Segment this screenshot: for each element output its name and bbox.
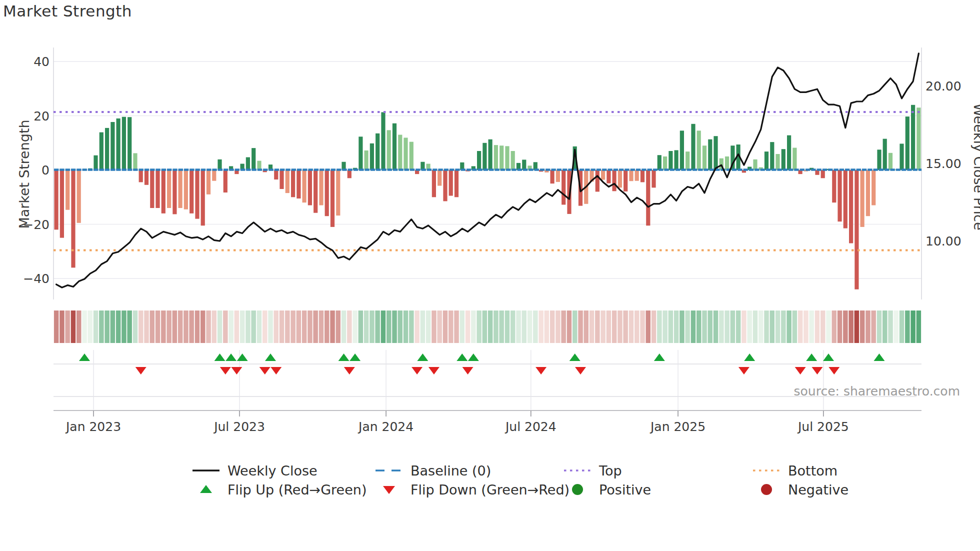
- strength-bar: [308, 170, 312, 206]
- strength-bar: [888, 153, 892, 170]
- strength-bar: [133, 153, 137, 170]
- heatmap-cell: [854, 310, 860, 343]
- legend-item-baseline: Baseline (0): [372, 462, 491, 479]
- flip-up-marker: [417, 354, 428, 361]
- heatmap-cell: [905, 310, 910, 343]
- strength-bar: [167, 170, 171, 208]
- strength-bar: [77, 170, 81, 223]
- heatmap-cell: [499, 310, 504, 343]
- flip-up-marker: [874, 354, 884, 361]
- heatmap-cell: [178, 310, 183, 343]
- heatmap-cell: [94, 310, 98, 343]
- strength-bar: [319, 170, 323, 206]
- heatmap-cell: [144, 310, 149, 343]
- heatmap-cell: [590, 310, 594, 343]
- heatmap-cell: [471, 310, 476, 343]
- flip-down-marker: [536, 367, 546, 374]
- strength-bar: [387, 130, 391, 170]
- strength-bar: [296, 170, 300, 198]
- heatmap-cell: [336, 310, 341, 343]
- strength-bar: [511, 151, 515, 170]
- heatmap-cell: [826, 310, 831, 343]
- strength-bar: [601, 170, 605, 180]
- strength-bar: [128, 117, 132, 170]
- strength-bar: [652, 170, 656, 188]
- heatmap-cell: [494, 310, 498, 343]
- heatmap-cell: [764, 310, 769, 343]
- strength-bar: [404, 138, 408, 170]
- strength-bar: [494, 145, 498, 170]
- heatmap-cell: [460, 310, 465, 343]
- flip-up-marker: [265, 354, 276, 361]
- strength-bar: [201, 170, 205, 226]
- strength-bar: [184, 170, 188, 210]
- heatmap-cell: [347, 310, 352, 343]
- heatmap-cell: [572, 310, 578, 343]
- strength-bar: [860, 170, 864, 227]
- heatmap-cell: [522, 310, 527, 343]
- heatmap-cell: [166, 310, 172, 343]
- heatmap-cell: [894, 310, 899, 343]
- heatmap-cell: [668, 310, 674, 343]
- dotted-line-purple-icon: [560, 462, 595, 479]
- heatmap-cell: [454, 310, 459, 343]
- legend-label: Positive: [599, 482, 651, 498]
- strength-bar: [172, 170, 176, 214]
- strength-bar: [680, 130, 684, 170]
- flip-down-marker: [795, 367, 806, 374]
- x-tick-label: Jan 2024: [358, 420, 414, 434]
- heatmap-cell: [860, 310, 865, 343]
- heatmap-cell: [662, 310, 668, 343]
- legend-label: Flip Down (Green→Red): [410, 482, 570, 498]
- right-tick-label: 20.00: [926, 79, 962, 94]
- heatmap-cell: [302, 310, 307, 343]
- flip-up-marker: [468, 354, 479, 361]
- heatmap-cell: [776, 310, 780, 343]
- heatmap-cell: [798, 310, 803, 343]
- heatmap-cell: [770, 310, 775, 343]
- flip-up-marker: [79, 354, 90, 361]
- flip-up-marker: [350, 354, 360, 361]
- heatmap-cell: [730, 310, 736, 343]
- heatmap-cell: [448, 310, 454, 343]
- heatmap-cell: [680, 310, 684, 343]
- flip-down-marker: [344, 367, 355, 374]
- heatmap-cell: [623, 310, 628, 343]
- source-attribution: source: sharemaestro.com: [794, 384, 960, 398]
- strength-bar: [443, 170, 447, 201]
- heatmap-cell: [634, 310, 640, 343]
- strength-bar: [770, 142, 774, 170]
- heatmap-cell: [268, 310, 273, 343]
- strength-bar: [195, 170, 199, 219]
- strength-bar: [832, 170, 836, 202]
- heatmap-cell: [538, 310, 544, 343]
- flip-up-marker: [226, 354, 236, 361]
- left-tick-label: −40: [23, 272, 50, 286]
- green-dot-icon: [560, 481, 595, 498]
- x-tick-label: Jan 2025: [650, 420, 706, 434]
- heatmap-cell: [528, 310, 532, 343]
- heatmap-cell: [820, 310, 826, 343]
- heatmap-cell: [212, 310, 217, 343]
- heatmap-cell: [781, 310, 786, 343]
- heatmap-cell: [708, 310, 713, 343]
- flip-up-marker: [214, 354, 226, 361]
- strength-bar: [100, 132, 104, 170]
- strength-bar: [782, 149, 786, 170]
- legend-item-flip-down: Flip Down (Green→Red): [372, 481, 570, 498]
- flip-up-marker: [823, 354, 834, 361]
- heatmap-cell: [432, 310, 436, 343]
- strength-bar: [330, 170, 334, 227]
- heatmap-cell: [544, 310, 550, 343]
- heatmap-cell: [257, 310, 262, 343]
- strength-bar: [753, 160, 757, 170]
- strength-bar: [872, 170, 876, 206]
- heatmap-cell: [251, 310, 256, 343]
- heatmap-cell: [838, 310, 842, 343]
- strength-bar: [916, 108, 920, 170]
- flip-down-marker: [260, 367, 270, 374]
- heatmap-cell: [584, 310, 589, 343]
- strength-bar: [392, 124, 396, 170]
- strength-bar: [883, 139, 887, 170]
- flip-down-marker: [428, 367, 440, 374]
